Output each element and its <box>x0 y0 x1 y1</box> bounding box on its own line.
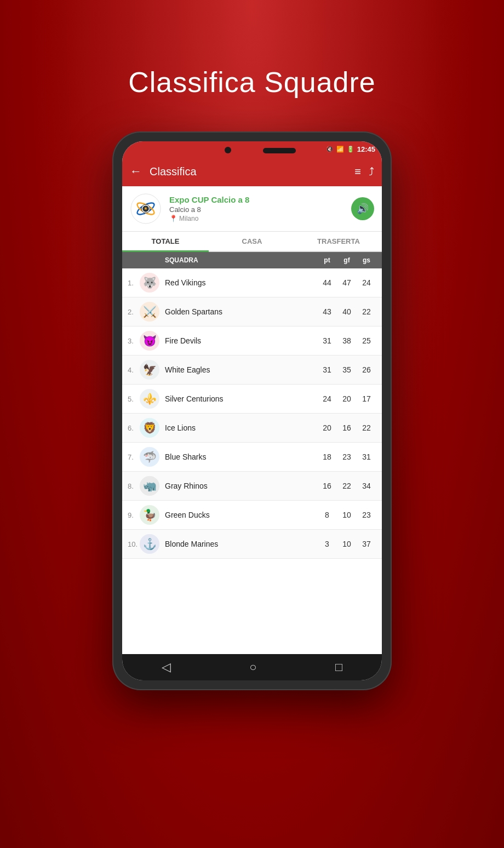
team-logo: 🦈 <box>140 447 159 467</box>
team-logo: ⚔️ <box>140 302 159 322</box>
team-gs: 34 <box>357 482 376 490</box>
team-pt: 20 <box>317 423 337 432</box>
team-rank: 9. <box>128 511 140 519</box>
tab-totale[interactable]: TOTALE <box>122 232 209 251</box>
team-gs: 23 <box>357 511 376 519</box>
team-rank: 8. <box>128 482 140 490</box>
team-name: Red Vikings <box>165 278 317 287</box>
team-gf: 10 <box>337 511 357 519</box>
team-gf: 40 <box>337 307 357 316</box>
league-info: Expo CUP Calcio a 8 Calcio a 8 📍 Milano … <box>122 186 382 232</box>
col-gs-header: gs <box>357 256 376 264</box>
nav-recent-button[interactable]: □ <box>335 660 342 674</box>
battery-icon: 🔋 <box>347 146 354 153</box>
team-gf: 16 <box>337 423 357 432</box>
team-logo: 🦆 <box>140 505 159 525</box>
team-pt: 8 <box>317 511 337 519</box>
team-gf: 35 <box>337 365 357 374</box>
team-rank: 3. <box>128 337 140 345</box>
tab-trasferta[interactable]: TRASFERTA <box>295 232 382 251</box>
toolbar-title: Classifica <box>150 165 347 178</box>
tabs-bar: TOTALE CASA TRASFERTA <box>122 232 382 252</box>
nav-bar: ◁ ○ □ <box>122 654 382 680</box>
col-gf-header: gf <box>337 256 357 264</box>
team-logo: ⚜️ <box>140 389 159 409</box>
nav-back-button[interactable]: ◁ <box>162 660 171 674</box>
team-logo: 🦏 <box>140 476 159 496</box>
col-pt-header: pt <box>317 256 337 264</box>
signal-icon: 📶 <box>336 146 344 153</box>
team-name: Blue Sharks <box>165 452 317 461</box>
table-row[interactable]: 9. 🦆 Green Ducks 8 10 23 <box>122 501 382 530</box>
location-pin-icon: 📍 <box>169 215 177 222</box>
phone-frame: 🔇 📶 🔋 12:45 ← Classifica ≡ ⤴ <box>112 131 392 690</box>
team-rank: 10. <box>128 540 140 548</box>
col-team-header: SQUADRA <box>165 256 317 264</box>
table-row[interactable]: 2. ⚔️ Golden Spartans 43 40 22 <box>122 297 382 326</box>
team-pt: 18 <box>317 452 337 461</box>
team-rank: 2. <box>128 308 140 316</box>
back-button[interactable]: ← <box>130 164 142 179</box>
table-row[interactable]: 7. 🦈 Blue Sharks 18 23 31 <box>122 443 382 472</box>
team-gf: 23 <box>337 452 357 461</box>
table-row[interactable]: 1. 🐺 Red Vikings 44 47 24 <box>122 268 382 297</box>
team-gf: 22 <box>337 482 357 490</box>
team-gs: 22 <box>357 423 376 432</box>
league-location: 📍 Milano <box>169 215 343 222</box>
league-type: Calcio a 8 <box>169 205 343 214</box>
team-name: Blonde Marines <box>165 540 317 548</box>
sound-icon: 🔊 <box>357 203 369 215</box>
team-gf: 47 <box>337 278 357 287</box>
list-icon[interactable]: ≡ <box>354 165 361 178</box>
team-logo: 🐺 <box>140 273 159 293</box>
table-row[interactable]: 8. 🦏 Gray Rhinos 16 22 34 <box>122 472 382 501</box>
team-pt: 44 <box>317 278 337 287</box>
nav-home-button[interactable]: ○ <box>249 660 256 674</box>
team-pt: 16 <box>317 482 337 490</box>
team-gs: 31 <box>357 452 376 461</box>
team-gs: 26 <box>357 365 376 374</box>
status-bar: 🔇 📶 🔋 12:45 <box>122 141 382 157</box>
table-row[interactable]: 3. 😈 Fire Devils 31 38 25 <box>122 326 382 356</box>
table-row[interactable]: 6. 🦁 Ice Lions 20 16 22 <box>122 414 382 443</box>
league-details: Expo CUP Calcio a 8 Calcio a 8 📍 Milano <box>169 195 343 222</box>
team-rank: 1. <box>128 279 140 287</box>
league-name: Expo CUP Calcio a 8 <box>169 195 343 204</box>
team-name: Gray Rhinos <box>165 482 317 490</box>
toolbar: ← Classifica ≡ ⤴ <box>122 157 382 186</box>
team-name: Golden Spartans <box>165 307 317 316</box>
sound-button[interactable]: 🔊 <box>351 197 374 220</box>
table-header: SQUADRA pt gf gs <box>122 252 382 268</box>
table-row[interactable]: 10. ⚓ Blonde Marines 3 10 37 <box>122 530 382 559</box>
team-gs: 37 <box>357 540 376 548</box>
team-gs: 22 <box>357 307 376 316</box>
team-logo: 😈 <box>140 331 159 351</box>
team-rank: 7. <box>128 453 140 461</box>
phone-screen: 🔇 📶 🔋 12:45 ← Classifica ≡ ⤴ <box>122 141 382 680</box>
team-logo: 🦁 <box>140 418 159 438</box>
team-pt: 24 <box>317 394 337 403</box>
team-logo: ⚓ <box>140 534 159 554</box>
page-background-title: Classifica Squadre <box>128 66 376 99</box>
team-gf: 20 <box>337 394 357 403</box>
team-name: White Eagles <box>165 365 317 374</box>
team-gf: 10 <box>337 540 357 548</box>
team-name: Ice Lions <box>165 423 317 432</box>
status-icons: 🔇 📶 🔋 12:45 <box>326 145 375 153</box>
toolbar-actions: ≡ ⤴ <box>354 165 374 178</box>
table-row[interactable]: 4. 🦅 White Eagles 31 35 26 <box>122 356 382 385</box>
team-pt: 43 <box>317 307 337 316</box>
share-icon[interactable]: ⤴ <box>369 165 374 178</box>
table-row[interactable]: 5. ⚜️ Silver Centurions 24 20 17 <box>122 385 382 414</box>
standings-table: 1. 🐺 Red Vikings 44 47 24 2. ⚔️ Golden S… <box>122 268 382 654</box>
team-pt: 31 <box>317 365 337 374</box>
team-rank: 5. <box>128 395 140 403</box>
team-name: Green Ducks <box>165 511 317 519</box>
team-name: Silver Centurions <box>165 394 317 403</box>
team-gf: 38 <box>337 336 357 345</box>
team-pt: 31 <box>317 336 337 345</box>
league-logo <box>130 193 162 225</box>
tab-casa[interactable]: CASA <box>209 232 295 251</box>
team-name: Fire Devils <box>165 336 317 345</box>
mute-icon: 🔇 <box>326 146 334 153</box>
